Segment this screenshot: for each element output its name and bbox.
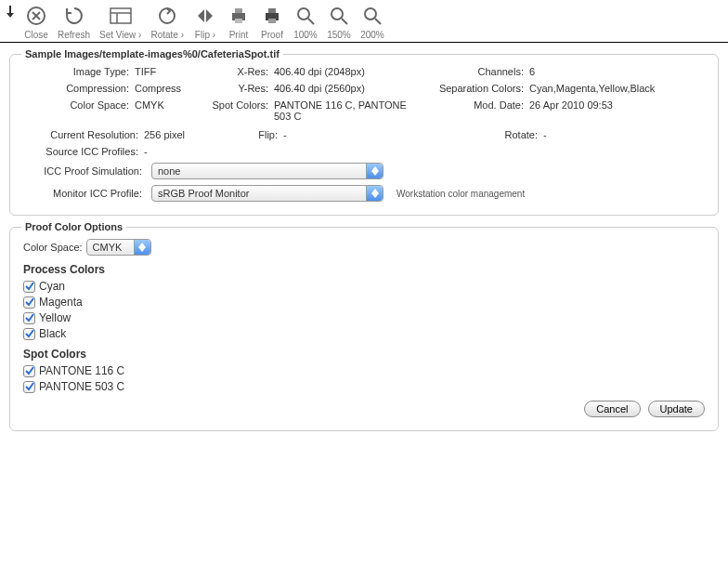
checkbox-row-pantone-503-c: PANTONE 503 C [23,380,705,393]
monitor-icc-select[interactable]: sRGB Proof Monitor [151,185,384,202]
proof-color-space-label: Color Space: [23,242,83,253]
checkbox-black[interactable] [23,328,35,340]
svg-rect-6 [235,8,242,13]
zoom-100-button[interactable]: 100% [292,4,319,40]
download-arrow-icon[interactable] [4,4,17,32]
proof-color-panel: Proof Color Options Color Space: CMYK Pr… [9,227,719,431]
update-button[interactable]: Update [648,401,705,417]
print-icon [227,4,251,28]
monitor-icc-label: Monitor ICC Profile: [23,188,148,199]
spot-colors-list: PANTONE 116 C PANTONE 503 C [23,364,705,393]
svg-point-11 [298,8,309,20]
checkbox-label-pantone-503-c: PANTONE 503 C [39,380,124,393]
magnifier-icon [293,4,318,28]
sep-colors-label: Separation Colors: [422,83,529,94]
proof-color-space-select[interactable]: CMYK [86,239,151,256]
image-type-label: Image Type: [23,66,135,77]
checkbox-pantone-503-c[interactable] [23,381,35,393]
svg-line-14 [342,19,347,24]
process-colors-heading: Process Colors [23,263,705,276]
ws-color-hint: Workstation color management [396,189,525,199]
source-icc-label: Source ICC Profiles: [23,146,144,157]
checkbox-row-black: Black [23,327,705,340]
checkbox-label-yellow: Yellow [39,311,71,324]
checkbox-label-magenta: Magenta [39,296,83,309]
compression-label: Compression: [23,83,135,94]
svg-rect-7 [235,19,242,23]
svg-point-13 [332,8,343,20]
monitor-icc-select-value: sRGB Proof Monitor [158,188,249,199]
source-icc-value: - [144,146,228,157]
select-arrows-icon [134,240,150,255]
zoom-150-label: 150% [327,30,351,40]
checkbox-pantone-116-c[interactable] [23,365,35,377]
spot-colors-value: PANTONE 116 C, PANTONE 503 C [274,99,422,122]
checkbox-label-black: Black [39,327,66,340]
flip-icon [193,4,217,28]
image-type-value: TIFF [135,66,209,77]
refresh-icon [62,4,86,28]
checkbox-row-magenta: Magenta [23,296,705,309]
image-info-panel: Sample Images/template-images%0/Cafeteri… [9,54,719,216]
svg-point-4 [160,8,175,23]
mod-date-label: Mod. Date: [422,99,529,111]
magnifier-icon [360,4,384,28]
checkbox-magenta[interactable] [23,296,35,309]
rotate-label: Rotate › [150,30,184,40]
proof-icon [260,4,284,28]
select-arrows-icon [366,164,383,178]
toolbar: Close Refresh Set View › Rotate › Flip ›… [0,0,728,43]
yres-label: Y-Res: [209,83,274,94]
process-colors-list: CyanMagentaYellowBlack [23,280,705,340]
spot-colors-label: Spot Colors: [209,99,274,111]
proof-title: Proof Color Options [21,221,126,232]
svg-point-15 [365,8,376,20]
print-label: Print [229,30,249,40]
select-arrows-icon [366,186,383,201]
current-res-label: Current Resolution: [23,129,144,140]
xres-value: 406.40 dpi (2048px) [274,66,422,77]
current-res-value: 256 pixel [144,129,228,140]
checkbox-row-cyan: Cyan [23,280,705,293]
color-space-value: CMYK [135,99,209,111]
svg-rect-9 [268,8,276,13]
rotate-value: - [543,129,618,140]
rotate-button[interactable]: Rotate › [149,4,186,40]
close-icon [24,4,48,28]
refresh-button[interactable]: Refresh [56,4,92,40]
mod-date-value: 26 Apr 2010 09:53 [529,99,696,111]
zoom-150-button[interactable]: 150% [325,4,353,40]
checkbox-row-yellow: Yellow [23,311,705,324]
set-view-label: Set View › [99,30,141,40]
channels-label: Channels: [422,66,529,77]
icc-proof-select[interactable]: none [151,163,384,179]
checkbox-yellow[interactable] [23,312,35,324]
print-button[interactable]: Print [225,4,253,40]
svg-line-16 [375,19,381,24]
magnifier-icon [327,4,351,28]
zoom-200-button[interactable]: 200% [358,4,386,40]
flip-label: Flip › [195,30,215,40]
proof-label: Proof [261,30,283,40]
yres-value: 406.40 dpi (2560px) [274,83,422,94]
svg-line-12 [308,19,314,24]
flip-button[interactable]: Flip › [191,4,219,40]
channels-value: 6 [529,66,696,77]
compression-value: Compress [135,83,209,94]
checkbox-cyan[interactable] [23,281,35,293]
checkbox-label-cyan: Cyan [39,280,65,293]
svg-rect-10 [268,19,276,23]
checkbox-row-pantone-116-c: PANTONE 116 C [23,364,705,377]
flip-label: Flip: [228,129,283,140]
set-view-button[interactable]: Set View › [98,4,143,40]
rotate-icon [155,4,179,28]
cancel-button[interactable]: Cancel [584,401,640,417]
spot-colors-heading: Spot Colors [23,348,705,361]
rotate-value-label: Rotate: [404,129,543,140]
proof-button[interactable]: Proof [258,4,286,40]
proof-color-space-value: CMYK [93,242,123,253]
close-button[interactable]: Close [22,4,50,40]
svg-rect-1 [110,8,131,23]
image-path-title: Sample Images/template-images%0/Cafeteri… [21,48,283,59]
icc-proof-select-value: none [158,165,180,177]
